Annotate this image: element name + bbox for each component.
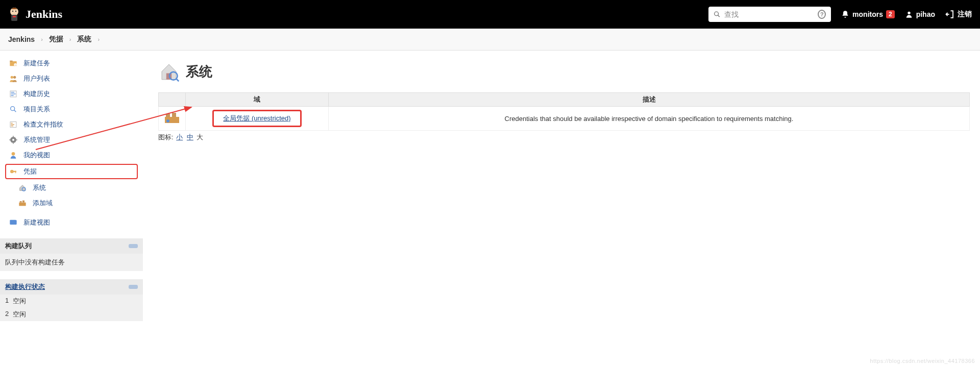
collapse-toggle[interactable] (129, 285, 138, 289)
breadcrumb-item[interactable]: 凭据 (49, 35, 63, 44)
logout-nav[interactable]: 注销 (945, 10, 972, 19)
sidebar-item-new-view[interactable]: + 新建视图 (0, 215, 143, 230)
svg-rect-25 (11, 126, 13, 126)
domain-desc: Credentials that should be available irr… (505, 115, 794, 123)
svg-text:+: + (15, 218, 17, 222)
domain-row-icon-cell (159, 107, 186, 131)
breadcrumb-item[interactable]: 系统 (77, 35, 91, 44)
history-icon (8, 89, 18, 99)
sidebar-subitem-system[interactable]: 系统 (0, 180, 143, 196)
svg-point-5 (715, 12, 719, 16)
executor-num: 2 (5, 310, 9, 319)
svg-rect-28 (13, 136, 13, 137)
svg-rect-29 (13, 142, 13, 144)
sidebar-item-label: 系统管理 (23, 135, 50, 144)
sidebar-item-relations[interactable]: 项目关系 (0, 102, 143, 117)
search-box[interactable]: ? (708, 7, 831, 22)
executors-header: 构建执行状态 (0, 279, 143, 295)
domain-link-highlight: 全局凭据 (unrestricted) (212, 110, 301, 127)
svg-rect-24 (11, 124, 14, 125)
user-nav[interactable]: pihao (905, 10, 935, 18)
sidebar-item-label: 新建视图 (23, 218, 50, 227)
sidebar-item-label: 新建任务 (23, 59, 50, 68)
domain-icon (164, 112, 180, 124)
build-queue-body: 队列中没有构建任务 (0, 254, 143, 271)
svg-rect-4 (13, 16, 16, 17)
sidebar-item-build-history[interactable]: 构建历史 (0, 86, 143, 102)
monitors-nav[interactable]: monitors 2 (841, 10, 895, 18)
sidebar-item-users[interactable]: 用户列表 (0, 71, 143, 86)
search-icon (8, 104, 18, 114)
svg-point-48 (166, 119, 169, 123)
breadcrumb-sep: › (69, 36, 71, 42)
system-title-icon (158, 61, 180, 82)
icon-size-small[interactable]: 小 (176, 133, 183, 141)
users-icon (8, 74, 18, 84)
add-domain-icon (17, 198, 28, 208)
user-label: pihao (916, 10, 935, 18)
search-input[interactable] (724, 10, 814, 18)
sidebar-item-label: 用户列表 (23, 74, 50, 83)
monitors-label: monitors (852, 10, 883, 18)
executors-title[interactable]: 构建执行状态 (5, 282, 45, 291)
new-view-icon: + (8, 217, 18, 228)
icon-size-selector: 图标: 小 中 大 (158, 133, 970, 142)
sidebar-item-my-views[interactable]: 我的视图 (0, 148, 143, 163)
bell-icon (841, 10, 849, 18)
sidebar-item-label: 我的视图 (23, 151, 50, 160)
credentials-icon (8, 166, 18, 177)
executor-status: 空闲 (13, 297, 26, 306)
sidebar-subitem-add-domain[interactable]: 添加域 (0, 196, 143, 211)
page-title: 系统 (158, 61, 970, 82)
svg-rect-11 (10, 61, 12, 62)
jenkins-logo-icon (8, 6, 20, 22)
build-queue-pane: 构建队列 队列中没有构建任务 (0, 238, 143, 271)
logout-icon (945, 10, 954, 19)
sidebar-item-system-manage[interactable]: 系统管理 (0, 132, 143, 148)
svg-line-21 (14, 110, 16, 112)
build-queue-header: 构建队列 (0, 238, 143, 254)
search-icon (714, 10, 720, 18)
svg-rect-17 (11, 92, 14, 92)
executors-pane: 构建执行状态 1 空闲 2 空闲 (0, 279, 143, 321)
domain-table: 域 描述 全局凭据 (u (158, 92, 970, 131)
svg-rect-39 (22, 201, 24, 203)
svg-point-2 (12, 11, 13, 12)
svg-point-32 (12, 152, 15, 156)
breadcrumb-sep: › (41, 36, 43, 42)
sidebar: + 新建任务 用户列表 构建历史 项目关系 检查文件指纹 (0, 51, 143, 326)
svg-text:+: + (14, 63, 16, 66)
table-header-domain: 域 (186, 93, 329, 107)
breadcrumb: Jenkins › 凭据 › 系统 › (0, 29, 980, 51)
svg-rect-37 (19, 203, 26, 206)
table-row: 全局凭据 (unrestricted) Credentials that sho… (159, 107, 970, 131)
collapse-toggle[interactable] (129, 244, 138, 248)
icon-size-large: 大 (197, 133, 203, 141)
sidebar-item-new-job[interactable]: + 新建任务 (0, 56, 143, 71)
sidebar-item-credentials[interactable]: 凭据 (5, 164, 138, 179)
breadcrumb-sep: › (97, 36, 100, 42)
monitors-badge: 2 (886, 10, 895, 18)
build-queue-empty-text: 队列中没有构建任务 (5, 258, 65, 266)
svg-rect-47 (172, 113, 176, 117)
svg-line-6 (718, 15, 719, 17)
logout-label: 注销 (958, 10, 972, 19)
domain-link[interactable]: 全局凭据 (unrestricted) (223, 114, 290, 122)
icon-size-medium[interactable]: 中 (187, 133, 193, 141)
executor-row: 2 空闲 (0, 308, 143, 321)
svg-rect-1 (11, 15, 17, 21)
header: Jenkins ? monitors 2 pihao 注销 (0, 0, 980, 29)
sidebar-item-label: 凭据 (23, 167, 37, 176)
sidebar-item-label: 项目关系 (23, 105, 50, 114)
help-icon[interactable]: ? (818, 10, 826, 19)
domain-row-link-cell: 全局凭据 (unrestricted) (186, 107, 329, 131)
icon-size-label: 图标: (158, 133, 174, 141)
gear-icon (8, 135, 18, 145)
sidebar-item-fingerprint[interactable]: 检查文件指纹 (0, 117, 143, 132)
breadcrumb-item[interactable]: Jenkins (8, 35, 35, 43)
sidebar-item-label: 检查文件指纹 (23, 120, 63, 129)
logo[interactable]: Jenkins (8, 6, 62, 22)
svg-rect-38 (20, 201, 22, 203)
my-views-icon (8, 150, 18, 160)
user-icon (905, 10, 913, 18)
